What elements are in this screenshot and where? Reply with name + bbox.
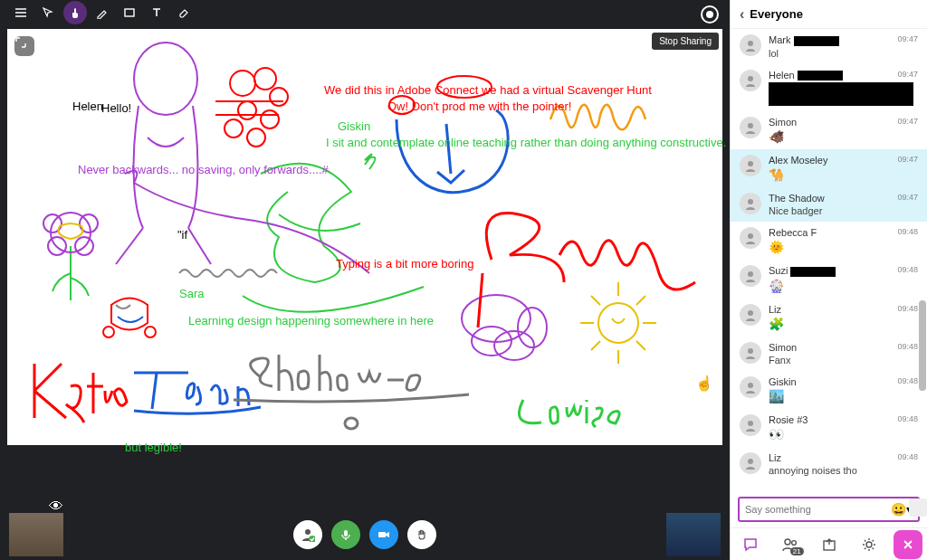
wb-text-adobe: We did this in Adobe Connect we had a vi… (324, 83, 652, 97)
svg-rect-26 (344, 530, 348, 536)
pencil-icon[interactable] (91, 1, 114, 24)
chat-item[interactable]: Simon 🐗09:47 (731, 111, 927, 149)
chat-time: 09:48 (897, 265, 918, 274)
video-thumb-right[interactable] (666, 513, 721, 556)
chat-item[interactable]: Liz 🧩09:48 (731, 299, 927, 337)
close-panel-icon[interactable] (894, 530, 922, 559)
svg-point-1 (134, 43, 197, 115)
text-icon[interactable] (145, 1, 168, 24)
chat-item[interactable]: Simon Fanx09:48 (731, 337, 927, 371)
svg-point-40 (785, 539, 790, 545)
chat-item[interactable]: Mark lol09:47 (731, 29, 927, 64)
svg-point-37 (748, 383, 753, 388)
avatar (740, 193, 761, 214)
menu-icon[interactable] (9, 1, 33, 24)
chat-list[interactable]: Mark lol09:47Helen 09:47Simon 🐗09:47Alex… (731, 29, 927, 491)
people-tab-icon[interactable]: 21 (775, 532, 806, 557)
avatar (740, 70, 761, 91)
avatar (740, 452, 761, 474)
chat-message: Nice badger (769, 205, 918, 216)
avatar (740, 34, 761, 56)
chat-name: Alex Moseley (769, 155, 918, 166)
svg-point-38 (748, 421, 753, 426)
chat-message: 🎡 (769, 279, 918, 293)
avatar (740, 227, 761, 249)
svg-point-36 (748, 348, 753, 354)
people-count: 21 (790, 547, 804, 555)
chat-time: 09:48 (897, 452, 918, 461)
chat-item[interactable]: Suzi 🎡09:48 (731, 260, 927, 299)
chat-time: 09:47 (897, 70, 918, 79)
avatar (740, 376, 761, 398)
chat-time: 09:48 (897, 227, 918, 236)
chat-item[interactable]: Helen 09:47 (731, 64, 927, 112)
wb-text-giskin: Giskin (338, 119, 370, 133)
svg-point-23 (345, 418, 358, 429)
scroll-min-icon[interactable] (909, 498, 927, 517)
chat-name: Giskin (769, 376, 918, 387)
visibility-icon: 👁 (49, 498, 62, 508)
chat-item[interactable]: Liz annoying noises tho09:48 (731, 447, 927, 481)
svg-point-33 (748, 233, 753, 239)
hand-button[interactable] (407, 520, 436, 549)
back-icon[interactable]: ‹ (740, 6, 744, 23)
chat-time: 09:47 (897, 117, 918, 126)
whiteboard-toolbar (0, 0, 730, 25)
chat-time: 09:47 (897, 193, 918, 202)
whiteboard-wrap: Helen Hello! We did this in Adobe Connec… (0, 25, 730, 509)
chat-item[interactable]: Alex Moseley 🐪09:47 (731, 149, 927, 187)
chat-item[interactable]: Giskin 🏙️09:48 (731, 371, 927, 409)
thumb-icon[interactable] (63, 1, 87, 24)
chat-time: 09:47 (897, 155, 918, 164)
chat-message (769, 82, 918, 106)
eraser-icon[interactable] (172, 1, 196, 24)
share-tab-icon[interactable] (814, 532, 845, 557)
svg-point-24 (305, 529, 311, 535)
chat-input[interactable]: 😀▾ (738, 497, 920, 522)
avatar (740, 155, 761, 176)
svg-point-30 (748, 123, 753, 128)
chat-header: ‹ Everyone (731, 0, 927, 29)
svg-point-17 (145, 327, 156, 337)
chat-name: Suzi (769, 265, 918, 277)
svg-point-32 (748, 199, 753, 204)
wb-text-helen1: Helen (72, 100, 103, 113)
wb-text-hello: Hello! (101, 101, 131, 115)
record-icon[interactable] (701, 5, 719, 24)
svg-point-29 (748, 76, 753, 81)
mic-button[interactable] (331, 520, 360, 549)
wb-text-if: "if (177, 228, 187, 242)
svg-point-34 (748, 271, 753, 277)
chat-message: 🌞 (769, 240, 918, 254)
wb-text-ow: Ow! Don't prod me with the pointer! (387, 100, 571, 113)
svg-point-21 (518, 308, 547, 347)
svg-point-31 (748, 161, 753, 166)
rect-icon[interactable] (118, 1, 141, 24)
camera-button[interactable] (369, 520, 398, 549)
svg-point-35 (748, 310, 753, 316)
chat-message: Fanx (769, 355, 918, 365)
wb-text-typing: Typing is a bit more boring (336, 257, 473, 271)
wb-text-never: Never backwards... no saving, only forwa… (78, 163, 329, 176)
chat-name: Helen (769, 70, 918, 81)
svg-point-8 (247, 128, 265, 147)
chat-item[interactable]: Rosie #3 👀09:48 (731, 409, 927, 447)
video-thumb-left[interactable]: 👁 (9, 513, 63, 556)
chat-name: Simon (769, 117, 918, 128)
profile-button[interactable] (293, 520, 322, 549)
svg-rect-0 (125, 9, 134, 16)
chat-input-wrap: 😀▾ (731, 491, 927, 527)
whiteboard-canvas[interactable]: Helen Hello! We did this in Adobe Connec… (7, 29, 722, 445)
svg-point-28 (748, 41, 753, 46)
chat-text-input[interactable] (745, 504, 885, 515)
chat-item[interactable]: Rebecca F 🌞09:48 (731, 222, 927, 260)
chat-message: lol (769, 48, 918, 59)
pointer-icon[interactable] (36, 1, 60, 24)
settings-tab-icon[interactable] (854, 532, 884, 557)
svg-point-7 (225, 119, 243, 138)
chat-tab-icon[interactable] (735, 532, 766, 557)
stop-sharing-button[interactable]: Stop Sharing (652, 33, 719, 50)
svg-point-3 (254, 68, 276, 90)
chat-title: Everyone (750, 7, 803, 21)
chat-item[interactable]: The Shadow Nice badger09:47 (731, 187, 927, 222)
